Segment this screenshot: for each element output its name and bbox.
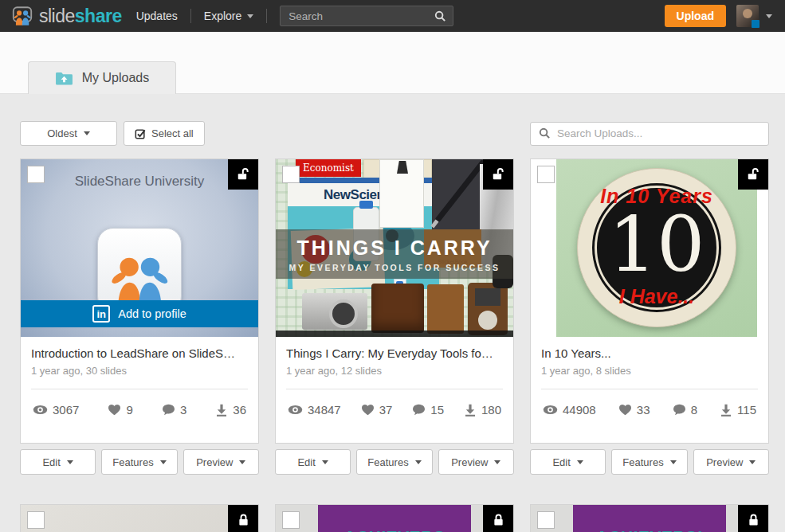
account-menu-chevron-down-icon[interactable] — [766, 14, 772, 18]
select-checkbox[interactable] — [537, 166, 555, 183]
eye-icon — [288, 405, 303, 415]
tab-my-uploads-label: My Uploads — [82, 71, 149, 85]
upload-card: ACHIEVERS — [275, 504, 514, 532]
photo-item — [371, 284, 424, 333]
photo-item — [427, 284, 464, 334]
thumb-title-band: THINGS I CARRY MY EVERYDAY TOOLS FOR SUC… — [276, 229, 513, 279]
select-checkbox[interactable] — [282, 166, 300, 183]
select-checkbox[interactable] — [27, 511, 45, 529]
select-checkbox[interactable] — [537, 511, 555, 529]
heart-icon — [361, 404, 375, 416]
badge-photo: 10 In 10 Years I Have... — [556, 159, 757, 337]
upload-folder-icon — [55, 71, 73, 86]
heart-icon — [108, 404, 121, 416]
preview-button[interactable]: Preview — [693, 449, 769, 475]
edit-button[interactable]: Edit — [20, 449, 96, 475]
card-body: In 10 Years... 1 year ago, 8 slides 4490… — [531, 337, 768, 443]
magazine-masthead: Economist — [296, 159, 361, 177]
lock-icon[interactable] — [483, 505, 513, 532]
checkbox-check-icon — [135, 128, 146, 139]
upload-button[interactable]: Upload — [665, 5, 726, 27]
features-button[interactable]: Features — [101, 449, 177, 475]
thumbnail-things-i-carry[interactable]: Economist NewScientist StickerBook — [276, 159, 513, 337]
unlock-icon[interactable] — [228, 159, 258, 190]
views-stat: 44908 — [543, 403, 596, 417]
chevron-down-icon — [84, 131, 90, 135]
slideshare-logo-text: slideshare — [39, 6, 122, 27]
select-checkbox[interactable] — [282, 511, 300, 529]
thumbnail-in-10-years[interactable]: 10 In 10 Years I Have... — [531, 159, 768, 337]
photo-credit-strip — [276, 331, 513, 337]
thumbnail-achievers[interactable]: ACHIEVERS — [276, 505, 513, 532]
search-uploads-box[interactable] — [530, 122, 769, 146]
edit-button[interactable]: Edit — [275, 449, 351, 475]
upload-meta: 1 year ago, 30 slides — [31, 365, 248, 377]
card-actions: Edit Features Preview — [275, 449, 514, 475]
search-uploads-input[interactable] — [557, 127, 760, 139]
unlock-icon[interactable] — [483, 159, 513, 190]
chevron-down-icon — [247, 14, 253, 18]
thumbnail-achievers-2[interactable]: ACHIEVERS! — [531, 505, 768, 532]
global-search-box[interactable] — [280, 6, 453, 26]
upload-meta: 1 year ago, 8 slides — [541, 365, 758, 377]
slide-cover-text: ACHIEVERS — [318, 527, 471, 532]
upload-card: SlideShare University in Ad — [20, 158, 259, 475]
sort-dropdown-button[interactable]: Oldest — [20, 121, 117, 146]
search-icon[interactable] — [434, 10, 446, 22]
chevron-down-icon — [670, 460, 677, 464]
likes-stat: 37 — [361, 403, 393, 417]
top-navbar: slideshare Updates Explore Upload — [0, 0, 785, 32]
slideshare-logo-icon — [11, 6, 33, 27]
slideshare-logo[interactable]: slideshare — [11, 6, 122, 27]
chevron-down-icon — [322, 460, 328, 464]
chevron-down-icon — [577, 460, 583, 464]
user-avatar[interactable] — [736, 5, 759, 27]
nav-link-updates[interactable]: Updates — [136, 10, 178, 22]
photo-item — [302, 293, 367, 330]
unlock-icon[interactable] — [738, 159, 768, 190]
chevron-down-icon — [494, 460, 500, 464]
upload-card: 10 In 10 Years I Have... In 10 Years... … — [530, 158, 769, 475]
nav-link-explore[interactable]: Explore — [204, 10, 253, 22]
global-search-input[interactable] — [288, 10, 434, 22]
select-checkbox[interactable] — [27, 166, 45, 183]
upload-card: ACHIEVERS! — [530, 504, 769, 532]
add-to-profile-button[interactable]: in Add to profile — [21, 300, 258, 327]
upload-card — [20, 504, 259, 532]
chevron-down-icon — [67, 460, 73, 464]
upload-title[interactable]: In 10 Years... — [541, 346, 758, 360]
nav-divider — [190, 9, 191, 23]
lock-icon[interactable] — [228, 505, 258, 532]
uploads-grid-row-2: ACHIEVERS ACHIEVERS! — [20, 504, 769, 532]
chevron-down-icon — [160, 460, 167, 464]
download-icon — [215, 404, 228, 417]
lock-icon[interactable] — [738, 505, 768, 532]
slide-cover: ACHIEVERS — [318, 505, 471, 532]
upload-title[interactable]: Things I Carry: My Everyday Tools fo… — [286, 346, 503, 360]
download-icon — [720, 404, 732, 417]
select-all-button[interactable]: Select all — [124, 121, 205, 146]
upload-title[interactable]: Introduction to LeadShare on SlideS… — [31, 346, 248, 360]
chevron-down-icon — [239, 460, 245, 464]
thumbnail-blank[interactable] — [21, 505, 258, 532]
uploads-toolbar: Oldest Select all — [20, 121, 769, 146]
stats-row: 34847 37 15 180 — [286, 389, 503, 417]
preview-button[interactable]: Preview — [183, 449, 259, 475]
slide-cover-text: ACHIEVERS! — [573, 527, 726, 532]
features-button[interactable]: Features — [356, 449, 432, 475]
comment-icon — [412, 404, 426, 416]
stats-row: 3067 9 3 36 — [31, 389, 248, 417]
thumb-top-text: In 10 Years — [556, 185, 757, 208]
linkedin-icon: in — [92, 305, 110, 323]
preview-button[interactable]: Preview — [438, 449, 514, 475]
tab-my-uploads[interactable]: My Uploads — [28, 61, 176, 94]
edit-button[interactable]: Edit — [530, 449, 606, 475]
downloads-stat: 36 — [215, 403, 246, 417]
tab-strip: My Uploads — [0, 32, 785, 94]
features-button[interactable]: Features — [611, 449, 687, 475]
chevron-down-icon — [415, 460, 422, 464]
slide-cover: ACHIEVERS! — [573, 505, 726, 532]
card-body: Introduction to LeadShare on SlideS… 1 y… — [21, 337, 258, 443]
thumbnail-slideshare-university[interactable]: SlideShare University in Ad — [21, 159, 258, 337]
navbar-right-group: Upload — [665, 5, 772, 27]
